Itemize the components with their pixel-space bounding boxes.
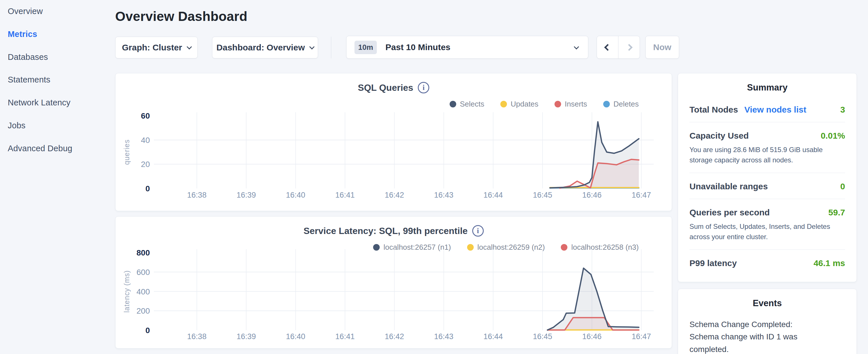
event-text: Schema Change Completed: Schema change w… [689,318,824,354]
legend-item: Inserts [555,100,587,108]
summary-row-value: 0 [840,182,845,191]
svg-text:16:39: 16:39 [237,332,256,341]
info-icon[interactable]: i [418,82,429,93]
summary-row: P99 latency46.1 ms [689,250,845,276]
summary-title: Summary [678,83,857,93]
time-stepper [597,36,640,59]
svg-text:0: 0 [145,184,150,193]
sidebar-item-statements[interactable]: Statements [8,75,51,87]
svg-text:16:46: 16:46 [582,191,602,199]
legend-label: Updates [510,100,538,108]
svg-text:60: 60 [141,111,150,120]
graph-dropdown-label: Graph: Cluster [122,43,182,53]
summary-panel: Summary Total NodesView nodes list3Capac… [678,73,857,282]
legend-dot-icon [555,101,561,107]
summary-row-subtext: Sum of Selects, Updates, Inserts, and De… [689,221,845,242]
summary-row-label: Queries per second [689,207,770,217]
toolbar-divider [331,37,331,58]
summary-row-value: 46.1 ms [813,258,845,268]
chart-title: Service Latency: SQL, 99th percentile [304,226,468,236]
chart-title: SQL Queries [358,83,413,93]
time-next-button[interactable] [618,36,640,58]
sidebar-item-metrics[interactable]: Metrics [8,30,37,41]
now-button[interactable]: Now [645,36,679,59]
chevron-down-icon [187,44,192,49]
legend-item: Deletes [603,100,639,108]
app-root: { "header": { "title": "Overview Dashboa… [0,0,868,354]
legend-item: Selects [450,100,484,108]
svg-text:16:43: 16:43 [434,332,454,341]
time-prev-button[interactable] [597,36,618,58]
svg-text:600: 600 [136,268,150,277]
sidebar-item-overview[interactable]: Overview [8,7,43,18]
service-latency-card: Service Latency: SQL, 99th percentile i … [115,216,672,349]
chevron-left-icon [604,44,611,51]
svg-text:16:47: 16:47 [631,332,651,341]
svg-text:16:42: 16:42 [384,332,404,341]
summary-row: Unavailable ranges0 [689,173,845,199]
time-range-dropdown[interactable]: 10m Past 10 Minutes [346,36,588,59]
legend-item: Updates [500,100,538,108]
chevron-down-icon [574,44,579,49]
svg-text:16:45: 16:45 [533,332,552,341]
legend-label: Selects [460,100,484,108]
summary-row-value: 0.01% [821,131,845,141]
legend-dot-icon [500,101,507,107]
chevron-down-icon [309,44,314,49]
page-title: Overview Dashboard [115,9,247,24]
summary-row: Total NodesView nodes list3 [689,96,845,122]
chevron-right-icon [626,44,632,51]
sidebar-item-databases[interactable]: Databases [8,53,48,64]
svg-text:200: 200 [136,307,150,315]
summary-row-label: Capacity Used [689,131,749,141]
legend-dot-icon [603,101,610,107]
svg-text:16:44: 16:44 [484,191,503,199]
svg-text:16:47: 16:47 [631,191,651,199]
summary-row: Queries per second59.7Sum of Selects, Up… [689,199,845,250]
graph-dropdown[interactable]: Graph: Cluster [115,37,198,58]
svg-text:16:41: 16:41 [335,332,355,341]
events-title: Events [678,298,857,309]
svg-text:400: 400 [136,287,150,296]
sidebar-item-network-latency[interactable]: Network Latency [8,98,70,109]
dashboard-dropdown[interactable]: Dashboard: Overview [212,37,318,58]
svg-text:40: 40 [141,136,150,144]
svg-text:0: 0 [145,326,150,335]
svg-text:800: 800 [136,248,150,257]
svg-text:16:43: 16:43 [434,191,454,199]
svg-text:16:44: 16:44 [484,332,503,341]
summary-row-subtext: You are using 28.6 MiB of 515.9 GiB usab… [689,144,845,165]
svg-text:16:41: 16:41 [335,191,355,199]
events-list: Schema Change Completed: Schema change w… [678,309,857,354]
sql-queries-chart: 16:3816:3916:4016:4116:4216:4316:4416:45… [116,108,672,208]
time-range-label: Past 10 Minutes [385,42,451,52]
sidebar-item-jobs[interactable]: Jobs [8,121,26,132]
svg-text:16:39: 16:39 [237,191,256,199]
info-icon[interactable]: i [472,225,484,236]
summary-row-label: Unavailable ranges [689,182,768,191]
summary-row: Capacity Used0.01%You are using 28.6 MiB… [689,122,845,173]
now-button-label: Now [653,42,671,52]
dashboard-dropdown-label: Dashboard: Overview [216,43,305,53]
sql-queries-card: SQL Queries i SelectsUpdatesInsertsDelet… [115,73,672,211]
view-nodes-list-link[interactable]: View nodes list [744,105,806,115]
svg-text:latency (ms): latency (ms) [123,270,131,313]
svg-text:16:42: 16:42 [384,191,404,199]
summary-row-value: 3 [840,105,845,115]
legend-label: Inserts [565,100,587,108]
summary-row-label: Total Nodes [689,105,738,115]
service-latency-chart: 16:3816:3916:4016:4116:4216:4316:4416:45… [116,248,672,349]
svg-text:queries: queries [123,139,131,165]
time-range-badge: 10m [354,41,377,54]
svg-text:16:46: 16:46 [582,332,602,341]
svg-text:16:40: 16:40 [286,332,306,341]
summary-row-label: P99 latency [689,258,737,268]
svg-text:16:40: 16:40 [286,191,306,199]
svg-text:20: 20 [141,160,150,169]
legend-dot-icon [450,101,456,107]
svg-text:16:38: 16:38 [187,332,207,341]
summary-rows: Total NodesView nodes list3Capacity Used… [678,93,857,276]
sidebar-item-advanced-debug[interactable]: Advanced Debug [8,144,72,155]
events-panel: Events Schema Change Completed: Schema c… [678,289,857,354]
summary-row-value: 59.7 [829,207,845,217]
